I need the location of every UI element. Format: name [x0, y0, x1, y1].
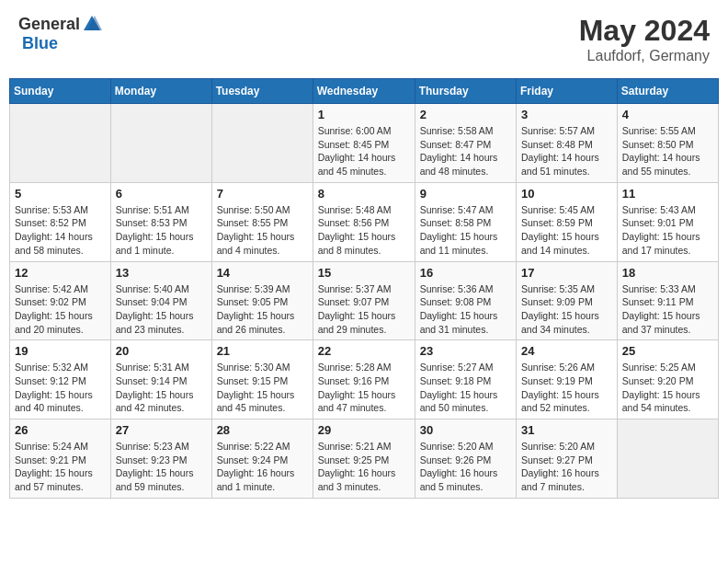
calendar-cell: 19Sunrise: 5:32 AM Sunset: 9:12 PM Dayli…: [10, 340, 111, 419]
column-header-saturday: Saturday: [617, 79, 718, 104]
day-info: Sunrise: 5:26 AM Sunset: 9:19 PM Dayligh…: [521, 361, 612, 415]
day-info: Sunrise: 5:32 AM Sunset: 9:12 PM Dayligh…: [15, 361, 106, 415]
day-number: 22: [318, 344, 410, 358]
day-number: 2: [420, 108, 511, 121]
calendar-table: SundayMondayTuesdayWednesdayThursdayFrid…: [9, 78, 719, 499]
calendar-cell: 4Sunrise: 5:55 AM Sunset: 8:50 PM Daylig…: [617, 104, 718, 183]
calendar-cell: 14Sunrise: 5:39 AM Sunset: 9:05 PM Dayli…: [211, 261, 313, 340]
day-info: Sunrise: 5:21 AM Sunset: 9:25 PM Dayligh…: [318, 440, 410, 494]
calendar-cell: 11Sunrise: 5:43 AM Sunset: 9:01 PM Dayli…: [617, 182, 718, 261]
day-info: Sunrise: 5:58 AM Sunset: 8:47 PM Dayligh…: [420, 124, 511, 178]
logo-icon: [82, 14, 102, 34]
calendar-cell: [211, 104, 313, 183]
calendar-week-3: 12Sunrise: 5:42 AM Sunset: 9:02 PM Dayli…: [10, 261, 719, 340]
calendar-cell: 29Sunrise: 5:21 AM Sunset: 9:25 PM Dayli…: [313, 419, 415, 499]
day-number: 30: [420, 423, 511, 437]
calendar-cell: 7Sunrise: 5:50 AM Sunset: 8:55 PM Daylig…: [211, 182, 313, 261]
day-number: 29: [318, 423, 410, 437]
day-info: Sunrise: 5:31 AM Sunset: 9:14 PM Dayligh…: [116, 361, 207, 415]
calendar-week-2: 5Sunrise: 5:53 AM Sunset: 8:52 PM Daylig…: [10, 182, 719, 261]
calendar-cell: [617, 419, 718, 499]
day-info: Sunrise: 5:35 AM Sunset: 9:09 PM Dayligh…: [521, 282, 612, 337]
calendar-cell: [110, 104, 211, 183]
day-number: 4: [622, 108, 713, 121]
calendar-cell: 12Sunrise: 5:42 AM Sunset: 9:02 PM Dayli…: [10, 261, 111, 340]
calendar-cell: 21Sunrise: 5:30 AM Sunset: 9:15 PM Dayli…: [211, 340, 313, 419]
column-header-wednesday: Wednesday: [313, 79, 415, 104]
calendar-cell: 16Sunrise: 5:36 AM Sunset: 9:08 PM Dayli…: [415, 261, 516, 340]
day-number: 13: [116, 266, 207, 280]
day-info: Sunrise: 5:42 AM Sunset: 9:02 PM Dayligh…: [15, 282, 106, 337]
day-info: Sunrise: 5:40 AM Sunset: 9:04 PM Dayligh…: [116, 282, 207, 337]
location-title: Laufdorf, Germany: [579, 48, 710, 64]
calendar-header-row: SundayMondayTuesdayWednesdayThursdayFrid…: [10, 79, 719, 104]
calendar-cell: 27Sunrise: 5:23 AM Sunset: 9:23 PM Dayli…: [110, 419, 211, 499]
day-info: Sunrise: 5:55 AM Sunset: 8:50 PM Dayligh…: [622, 124, 713, 178]
day-info: Sunrise: 5:33 AM Sunset: 9:11 PM Dayligh…: [622, 282, 713, 337]
day-info: Sunrise: 5:39 AM Sunset: 9:05 PM Dayligh…: [217, 282, 308, 337]
day-number: 1: [318, 108, 410, 121]
day-number: 26: [15, 423, 106, 437]
day-number: 31: [521, 423, 612, 437]
day-info: Sunrise: 5:25 AM Sunset: 9:20 PM Dayligh…: [622, 361, 713, 415]
day-number: 3: [521, 108, 612, 121]
day-info: Sunrise: 5:27 AM Sunset: 9:18 PM Dayligh…: [420, 361, 511, 415]
calendar-cell: 1Sunrise: 6:00 AM Sunset: 8:45 PM Daylig…: [313, 104, 415, 183]
calendar-week-4: 19Sunrise: 5:32 AM Sunset: 9:12 PM Dayli…: [10, 340, 719, 419]
calendar-week-5: 26Sunrise: 5:24 AM Sunset: 9:21 PM Dayli…: [10, 419, 719, 499]
calendar-cell: 10Sunrise: 5:45 AM Sunset: 8:59 PM Dayli…: [517, 182, 618, 261]
calendar-cell: 18Sunrise: 5:33 AM Sunset: 9:11 PM Dayli…: [617, 261, 718, 340]
calendar-cell: 5Sunrise: 5:53 AM Sunset: 8:52 PM Daylig…: [10, 182, 111, 261]
calendar-cell: 3Sunrise: 5:57 AM Sunset: 8:48 PM Daylig…: [517, 104, 618, 183]
day-number: 6: [116, 187, 207, 201]
calendar-cell: 2Sunrise: 5:58 AM Sunset: 8:47 PM Daylig…: [415, 104, 516, 183]
day-info: Sunrise: 5:20 AM Sunset: 9:27 PM Dayligh…: [521, 440, 612, 494]
day-number: 21: [217, 344, 308, 358]
day-number: 5: [15, 187, 106, 201]
day-number: 14: [217, 266, 308, 280]
day-number: 17: [521, 266, 612, 280]
calendar-cell: 20Sunrise: 5:31 AM Sunset: 9:14 PM Dayli…: [110, 340, 211, 419]
day-info: Sunrise: 5:28 AM Sunset: 9:16 PM Dayligh…: [318, 361, 410, 415]
calendar-cell: 23Sunrise: 5:27 AM Sunset: 9:18 PM Dayli…: [415, 340, 516, 419]
calendar-cell: 30Sunrise: 5:20 AM Sunset: 9:26 PM Dayli…: [415, 419, 516, 499]
day-number: 19: [15, 344, 106, 358]
calendar-cell: 24Sunrise: 5:26 AM Sunset: 9:19 PM Dayli…: [517, 340, 618, 419]
page-header: General Blue May 2024 Laufdorf, Germany: [9, 9, 719, 69]
day-number: 16: [420, 266, 511, 280]
day-info: Sunrise: 5:43 AM Sunset: 9:01 PM Dayligh…: [622, 203, 713, 258]
calendar-cell: 26Sunrise: 5:24 AM Sunset: 9:21 PM Dayli…: [10, 419, 111, 499]
column-header-friday: Friday: [517, 79, 618, 104]
calendar-cell: 9Sunrise: 5:47 AM Sunset: 8:58 PM Daylig…: [415, 182, 516, 261]
day-number: 27: [116, 423, 207, 437]
day-info: Sunrise: 5:37 AM Sunset: 9:07 PM Dayligh…: [318, 282, 410, 337]
calendar-cell: 13Sunrise: 5:40 AM Sunset: 9:04 PM Dayli…: [110, 261, 211, 340]
column-header-thursday: Thursday: [415, 79, 516, 104]
column-header-monday: Monday: [110, 79, 211, 104]
day-info: Sunrise: 5:50 AM Sunset: 8:55 PM Dayligh…: [217, 203, 308, 258]
calendar-cell: 25Sunrise: 5:25 AM Sunset: 9:20 PM Dayli…: [617, 340, 718, 419]
calendar-cell: 8Sunrise: 5:48 AM Sunset: 8:56 PM Daylig…: [313, 182, 415, 261]
day-number: 18: [622, 266, 713, 280]
day-info: Sunrise: 5:57 AM Sunset: 8:48 PM Dayligh…: [521, 124, 612, 178]
day-number: 10: [521, 187, 612, 201]
logo-blue: Blue: [22, 34, 58, 53]
calendar-cell: 6Sunrise: 5:51 AM Sunset: 8:53 PM Daylig…: [110, 182, 211, 261]
calendar-cell: [10, 104, 111, 183]
logo-general: General: [18, 15, 80, 34]
day-info: Sunrise: 5:45 AM Sunset: 8:59 PM Dayligh…: [521, 203, 612, 258]
day-info: Sunrise: 5:30 AM Sunset: 9:15 PM Dayligh…: [217, 361, 308, 415]
day-info: Sunrise: 5:36 AM Sunset: 9:08 PM Dayligh…: [420, 282, 511, 337]
title-block: May 2024 Laufdorf, Germany: [579, 14, 710, 64]
day-info: Sunrise: 6:00 AM Sunset: 8:45 PM Dayligh…: [318, 124, 410, 178]
calendar-week-1: 1Sunrise: 6:00 AM Sunset: 8:45 PM Daylig…: [10, 104, 719, 183]
calendar-cell: 15Sunrise: 5:37 AM Sunset: 9:07 PM Dayli…: [313, 261, 415, 340]
calendar-cell: 28Sunrise: 5:22 AM Sunset: 9:24 PM Dayli…: [211, 419, 313, 499]
day-info: Sunrise: 5:47 AM Sunset: 8:58 PM Dayligh…: [420, 203, 511, 258]
column-header-tuesday: Tuesday: [211, 79, 313, 104]
day-number: 24: [521, 344, 612, 358]
day-number: 7: [217, 187, 308, 201]
column-header-sunday: Sunday: [10, 79, 111, 104]
day-info: Sunrise: 5:22 AM Sunset: 9:24 PM Dayligh…: [217, 440, 308, 494]
day-number: 25: [622, 344, 713, 358]
